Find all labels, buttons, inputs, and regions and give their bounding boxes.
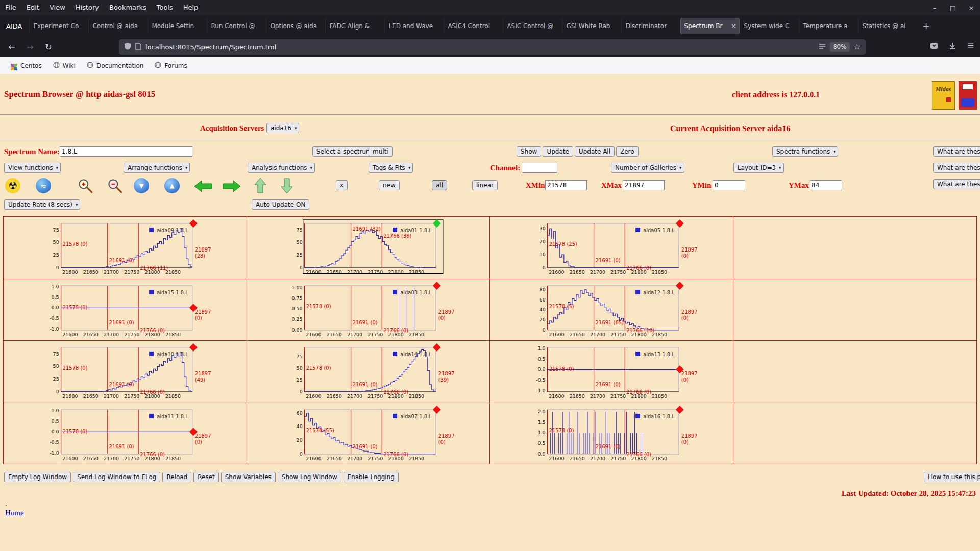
update-rate-dropdown[interactable]: Update Rate (8 secs)▾	[4, 199, 80, 210]
radiation-icon[interactable]: ☢	[5, 178, 20, 193]
back-button[interactable]: ←	[4, 39, 19, 55]
tab-asic4-control[interactable]: ASIC4 Control	[444, 18, 503, 34]
send-log-window-to-elog-button[interactable]: Send Log Window to ELog	[73, 472, 160, 482]
pocket-icon[interactable]	[930, 42, 938, 52]
update-all-button[interactable]: Update All	[575, 146, 615, 157]
new-button[interactable]: new	[379, 180, 400, 190]
acquisition-server-select[interactable]: aida16▾	[266, 123, 299, 133]
tab-run-control[interactable]: Run Control @	[207, 18, 266, 34]
analysis-functions-dropdown[interactable]: Analysis functions▾	[248, 163, 315, 173]
spectrum-name-input[interactable]	[60, 146, 192, 157]
spectrum-plot-aida01[interactable]: 7550250216002165021700217502180021850aid…	[247, 217, 491, 279]
tab-asic-control[interactable]: ASIC Control @	[503, 18, 562, 34]
menu-view[interactable]: View	[44, 0, 70, 15]
spectrum-plot-aida11[interactable]: 1.00.50.0-0.5-1.021600216502170021750218…	[4, 403, 247, 465]
page-info-icon[interactable]	[135, 43, 141, 52]
tab-fadc-align[interactable]: FADC Align &	[325, 18, 384, 34]
zoom-level-badge[interactable]: 80%	[830, 42, 850, 52]
what-are-these-button-2[interactable]: What are these?	[933, 163, 980, 173]
zoom-in-icon[interactable]	[77, 177, 94, 196]
expand-up-icon[interactable]: ▲	[164, 178, 180, 193]
spectrum-plot-aida10[interactable]: 7550250216002165021700217502180021850aid…	[4, 341, 247, 403]
expand-down-icon[interactable]: ▼	[134, 178, 149, 193]
menu-help[interactable]: Help	[178, 0, 204, 15]
view-functions-dropdown[interactable]: View functions▾	[4, 163, 61, 173]
show-log-window-button[interactable]: Show Log Window	[278, 472, 341, 482]
minimize-button[interactable]: –	[929, 4, 940, 12]
channel-input[interactable]	[522, 163, 557, 173]
spectrum-plot-aida03[interactable]: 1.000.750.500.250.0021600216502170021750…	[247, 279, 491, 341]
reload-button[interactable]: Reload	[162, 472, 191, 482]
maximize-button[interactable]: □	[947, 4, 959, 12]
what-are-these-button-3[interactable]: What are these?	[933, 179, 980, 189]
tab-experiment-co[interactable]: Experiment Co	[29, 18, 88, 34]
home-link[interactable]: Home	[5, 509, 24, 517]
zero-button[interactable]: Zero	[616, 146, 639, 157]
menu-edit[interactable]: Edit	[21, 0, 44, 15]
reset-button[interactable]: Reset	[193, 472, 219, 482]
xmin-input[interactable]	[545, 180, 587, 190]
auto-update-button[interactable]: Auto Update ON	[252, 199, 309, 210]
ymin-input[interactable]	[713, 180, 745, 190]
all-button[interactable]: all	[432, 180, 447, 190]
show-variables-button[interactable]: Show Variables	[221, 472, 276, 482]
tab-discriminator[interactable]: Discriminator	[621, 18, 680, 34]
arrow-left-icon[interactable]	[194, 180, 212, 195]
download-icon[interactable]	[948, 42, 957, 52]
arrow-right-icon[interactable]	[223, 180, 241, 195]
url-bar[interactable]: localhost:8015/Spectrum/Spectrum.tml 80%…	[119, 39, 866, 55]
spectrum-plot-aida16[interactable]: 2.01.51.00.50.02160021650217002175021800…	[490, 403, 733, 465]
water-refresh-icon[interactable]: ≈	[36, 178, 51, 193]
tab-gsi-white-rab[interactable]: GSI White Rab	[562, 18, 621, 34]
spectrum-plot-aida05[interactable]: 3020100216002165021700217502180021850aid…	[490, 217, 733, 279]
menu-file[interactable]: File	[0, 0, 21, 15]
hamburger-menu-icon[interactable]: ≡	[967, 40, 974, 51]
bookmark-star-icon[interactable]: ☆	[854, 42, 861, 52]
tab-close-icon[interactable]: ×	[731, 22, 736, 30]
tab-module-settin[interactable]: Module Settin	[148, 18, 207, 34]
bookmark-documentation[interactable]: Documentation	[81, 57, 150, 74]
number-of-galleries-dropdown[interactable]: Number of Galleries▾	[611, 163, 684, 173]
update-button[interactable]: Update	[543, 146, 573, 157]
tab-system-wide-c[interactable]: System wide C	[740, 18, 799, 34]
shield-icon[interactable]	[124, 42, 131, 52]
close-button[interactable]: ×	[966, 4, 977, 12]
bookmark-wiki[interactable]: Wiki	[47, 57, 81, 74]
bookmark-centos[interactable]: Centos	[5, 57, 47, 74]
tab-temperature-a[interactable]: Temperature a	[799, 18, 858, 34]
linear-button[interactable]: linear	[472, 180, 498, 190]
spectrum-plot-aida15[interactable]: 1.00.50.0-0.5-1.021600216502170021750218…	[4, 279, 247, 341]
spectrum-plot-aida13[interactable]: 1.00.50.0-0.5-1.021600216502170021750218…	[490, 341, 733, 403]
tab-led-and-wave[interactable]: LED and Wave	[384, 18, 444, 34]
spectrum-plot-aida14[interactable]: 7550250216002165021700217502180021850aid…	[247, 341, 491, 403]
arrow-up-icon[interactable]	[254, 178, 267, 196]
how-to-use-button[interactable]: How to use this page	[924, 472, 980, 482]
enable-logging-button[interactable]: Enable Logging	[344, 472, 399, 482]
spectrum-plot-aida09[interactable]: 7550250216002165021700217502180021850aid…	[4, 217, 247, 279]
menu-bookmarks[interactable]: Bookmarks	[104, 0, 152, 15]
tab-statistics-ai[interactable]: Statistics @ ai	[858, 18, 917, 34]
tab-options-aida[interactable]: Options @ aida	[266, 18, 325, 34]
menu-history[interactable]: History	[70, 0, 104, 15]
reload-button[interactable]: ↻	[41, 39, 56, 55]
reader-mode-icon[interactable]	[819, 43, 826, 51]
empty-log-window-button[interactable]: Empty Log Window	[4, 472, 71, 482]
spectra-functions-dropdown[interactable]: Spectra functions▾	[772, 146, 838, 157]
show-button[interactable]: Show	[517, 146, 541, 157]
layout-id-dropdown[interactable]: Layout ID=3▾	[733, 163, 784, 173]
new-tab-button[interactable]: +	[917, 21, 935, 31]
x-button[interactable]: x	[336, 180, 348, 190]
tab-spectrum-br[interactable]: Spectrum Br×	[680, 18, 740, 34]
tab-control-aida[interactable]: Control @ aida	[88, 18, 148, 34]
spectrum-plot-aida07[interactable]: 6040200216002165021700217502180021850aid…	[247, 403, 491, 465]
what-are-these-button-1[interactable]: What are these?	[933, 146, 980, 157]
arrow-down-icon[interactable]	[280, 178, 293, 196]
xmax-input[interactable]	[623, 180, 665, 190]
arrange-functions-dropdown[interactable]: Arrange functions▾	[124, 163, 190, 173]
zoom-out-icon[interactable]	[106, 177, 124, 196]
multi-button[interactable]: multi	[369, 146, 393, 157]
ymax-input[interactable]	[810, 180, 842, 190]
menu-tools[interactable]: Tools	[152, 0, 178, 15]
bookmark-forums[interactable]: Forums	[149, 57, 192, 74]
spectrum-plot-aida12[interactable]: 806040200216002165021700217502180021850a…	[490, 279, 733, 341]
